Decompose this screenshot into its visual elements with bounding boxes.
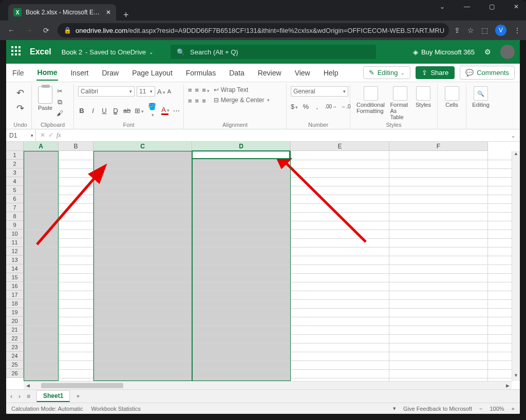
font-color-button[interactable]: A [161, 106, 168, 115]
bookmark-icon[interactable]: ☆ [467, 26, 474, 34]
prev-sheet-icon[interactable]: ‹ [10, 393, 12, 400]
tab-data[interactable]: Data [228, 66, 246, 80]
new-tab-button[interactable]: + [123, 10, 129, 21]
bold-button[interactable]: B [78, 107, 85, 114]
confirm-formula-icon[interactable]: ✓ [48, 131, 53, 139]
decrease-decimal-button[interactable]: ←.0 [341, 104, 350, 109]
scroll-right-icon[interactable]: ▶ [503, 383, 512, 388]
feedback-link[interactable]: Give Feedback to Microsoft [403, 406, 472, 412]
redo-button[interactable]: ↷ [16, 103, 24, 114]
buy-microsoft-365[interactable]: ◈ Buy Microsoft 365 [413, 48, 475, 56]
tab-review[interactable]: Review [257, 66, 283, 80]
conditional-formatting-button[interactable]: Conditional Formatting [354, 86, 387, 114]
shrink-font-button[interactable]: A [167, 88, 171, 94]
scroll-left-icon[interactable]: ◀ [24, 383, 32, 388]
column-header-D[interactable]: D [192, 142, 291, 151]
address-bar[interactable]: 🔒 onedrive.live.com/edit.aspx?resid=A9DD… [58, 23, 449, 37]
row-header-11[interactable]: 11 [6, 238, 24, 247]
maximize-icon[interactable]: ▢ [485, 3, 498, 10]
row-header-24[interactable]: 24 [6, 352, 24, 360]
sheet-tab[interactable]: Sheet1 [36, 390, 70, 402]
borders-button[interactable]: ⊞ [135, 107, 143, 114]
forward-button[interactable]: → [23, 26, 35, 34]
cancel-formula-icon[interactable]: ✕ [40, 131, 45, 139]
extension-icon[interactable]: ⬚ [481, 26, 488, 34]
zoom-out-button[interactable]: − [479, 406, 482, 412]
column-header-C[interactable]: C [93, 142, 192, 151]
align-right-button[interactable]: ≡ [202, 97, 206, 105]
search-input[interactable]: 🔍 Search (Alt + Q) [171, 45, 376, 59]
back-button[interactable]: ← [5, 26, 17, 34]
zoom-in-button[interactable]: + [512, 406, 515, 412]
tab-file[interactable]: File [11, 66, 25, 80]
scroll-down-icon[interactable]: ▼ [512, 373, 520, 381]
column-header-E[interactable]: E [291, 142, 389, 151]
tab-help[interactable]: Help [323, 66, 340, 80]
all-sheets-icon[interactable]: ≡ [27, 393, 30, 400]
row-header-26[interactable]: 26 [6, 369, 24, 378]
strike-button[interactable]: ab [123, 107, 130, 114]
app-launcher-icon[interactable] [11, 46, 23, 58]
row-header-16[interactable]: 16 [6, 282, 24, 291]
align-left-button[interactable]: ≡ [188, 97, 192, 105]
select-all-corner[interactable] [6, 142, 24, 151]
scroll-thumb[interactable] [41, 383, 123, 388]
row-header-9[interactable]: 9 [6, 221, 24, 230]
undo-button[interactable]: ↶ [16, 87, 24, 99]
increase-decimal-button[interactable]: .00→ [325, 104, 337, 109]
more-font-button[interactable]: ⋯ [173, 107, 180, 114]
reload-button[interactable]: ⟳ [40, 26, 52, 34]
italic-button[interactable]: I [89, 107, 97, 114]
row-header-14[interactable]: 14 [6, 264, 24, 273]
row-header-20[interactable]: 20 [6, 317, 24, 326]
editing-button[interactable]: 🔍Editing [470, 86, 492, 108]
align-top-button[interactable]: ≡ [188, 86, 192, 94]
percent-button[interactable]: % [302, 103, 309, 110]
row-header-23[interactable]: 23 [6, 343, 24, 352]
column-header-B[interactable]: B [59, 142, 93, 151]
editing-mode-button[interactable]: ✎ Editing ⌄ [363, 66, 411, 79]
row-header-22[interactable]: 22 [6, 334, 24, 343]
expand-formula-bar-icon[interactable]: ⌄ [511, 132, 520, 139]
row-header-18[interactable]: 18 [6, 299, 24, 308]
currency-button[interactable]: $ [291, 103, 298, 110]
font-name-select[interactable]: Calibri▾ [78, 86, 135, 97]
vertical-scrollbar[interactable]: ▲ ▼ [512, 151, 520, 381]
number-format-select[interactable]: General▾ [291, 86, 348, 97]
horizontal-scrollbar[interactable]: ◀ ▶ [24, 381, 512, 389]
share-button[interactable]: ⇪ Share [416, 66, 455, 79]
row-header-10[interactable]: 10 [6, 230, 24, 238]
cut-button[interactable]: ✂ [57, 87, 63, 95]
row-header-7[interactable]: 7 [6, 203, 24, 212]
row-header-21[interactable]: 21 [6, 326, 24, 334]
column-header-F[interactable]: F [389, 142, 488, 151]
row-header-8[interactable]: 8 [6, 212, 24, 221]
align-middle-button[interactable]: ≡ [195, 86, 199, 94]
underline-button[interactable]: U [101, 107, 108, 114]
document-title[interactable]: Book 2 - Saved to OneDrive ⌄ [62, 48, 153, 56]
row-header-1[interactable]: 1 [6, 151, 24, 160]
status-dropdown-icon[interactable]: ▾ [393, 405, 396, 412]
wrap-text-button[interactable]: ↩Wrap Text [214, 86, 270, 93]
close-tab-icon[interactable]: ✕ [106, 9, 111, 16]
fill-color-button[interactable]: 🪣 [147, 103, 157, 118]
row-header-2[interactable]: 2 [6, 160, 24, 168]
row-header-17[interactable]: 17 [6, 291, 24, 299]
tab-page-layout[interactable]: Page Layout [131, 66, 174, 80]
spreadsheet-grid[interactable]: ABCDEF 123456789101112131415161718192021… [6, 142, 520, 389]
paste-button[interactable]: Paste [36, 86, 54, 111]
row-header-6[interactable]: 6 [6, 195, 24, 203]
row-header-25[interactable]: 25 [6, 360, 24, 369]
row-header-13[interactable]: 13 [6, 256, 24, 264]
chrome-menu-icon[interactable]: ⋮ [514, 26, 521, 34]
tab-draw[interactable]: Draw [101, 66, 120, 80]
cell-styles-button[interactable]: Styles [414, 86, 433, 108]
double-underline-button[interactable]: D̳ [112, 107, 119, 114]
merge-center-button[interactable]: ⊟Merge & Center [214, 97, 270, 104]
row-header-4[interactable]: 4 [6, 177, 24, 186]
cells-button[interactable]: Cells [443, 86, 461, 108]
settings-icon[interactable]: ⚙ [482, 48, 493, 56]
align-bottom-button[interactable]: ≡ [202, 86, 210, 94]
name-box[interactable]: D1▾ [6, 129, 36, 141]
tab-home[interactable]: Home [36, 65, 59, 81]
